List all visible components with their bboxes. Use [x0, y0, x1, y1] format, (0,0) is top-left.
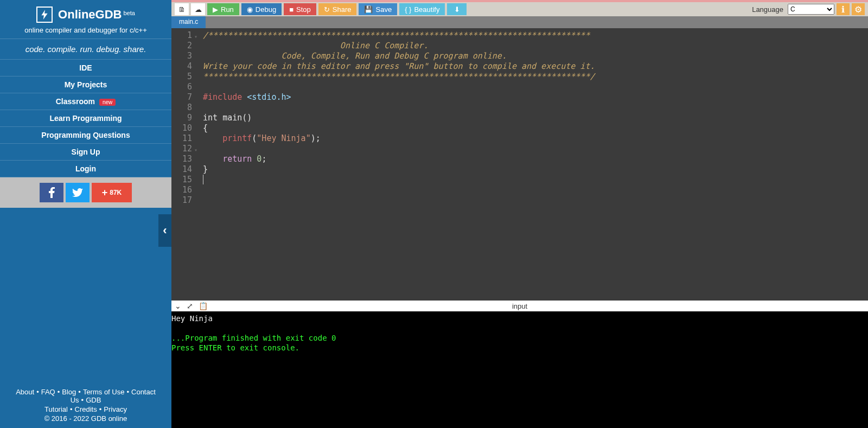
line-gutter: 1▾23456789101112▾1314151617 [171, 28, 195, 301]
console-line-3: ...Program finished with exit code 0 [171, 334, 336, 342]
info-button[interactable]: ℹ [837, 3, 850, 15]
brand-tagline: code. compile. run. debug. share. [0, 39, 171, 59]
tab-bar: main.c [171, 16, 868, 28]
upload-icon: ☁ [195, 5, 202, 14]
file-icon: 🗎 [178, 5, 186, 14]
footer-tutorial[interactable]: Tutorial [44, 405, 68, 413]
footer-terms[interactable]: Terms of Use [83, 388, 125, 396]
social-row: + 87K [0, 177, 171, 208]
share-button[interactable]: ↻Share [318, 3, 357, 15]
stop-icon: ■ [289, 5, 293, 14]
run-button[interactable]: ▶Run [207, 3, 239, 15]
console-expand-button[interactable]: ⤢ [187, 302, 193, 310]
brand-area: OnlineGDBbeta online compiler and debugg… [0, 0, 171, 39]
nav-ide[interactable]: IDE [0, 59, 171, 76]
footer-row-1: About•FAQ•Blog•Terms of Use•Contact Us•G… [2, 388, 169, 404]
stop-button[interactable]: ■Stop [284, 3, 316, 15]
footer-gdb[interactable]: GDB [86, 396, 101, 404]
language-label: Language [752, 5, 783, 14]
braces-icon: { } [405, 5, 411, 14]
language-select[interactable]: C [788, 4, 834, 15]
console-collapse-button[interactable]: ⌄ [175, 302, 181, 310]
console-copy-button[interactable]: 📋 [199, 302, 208, 310]
nav-my-projects[interactable]: My Projects [0, 76, 171, 93]
footer-blog[interactable]: Blog [62, 388, 76, 396]
brand-title: OnlineGDBbeta [58, 8, 135, 22]
code-content[interactable]: /***************************************… [195, 28, 868, 301]
download-button[interactable]: ⬇ [447, 3, 467, 15]
tab-main-c[interactable]: main.c [171, 16, 206, 28]
download-icon: ⬇ [454, 5, 460, 14]
main-area: 🗎 ☁ ▶Run ◉Debug ■Stop ↻Share 💾Save { }Be… [171, 0, 868, 428]
twitter-button[interactable] [66, 183, 90, 202]
collapse-sidebar-button[interactable]: ‹ [158, 214, 171, 247]
nav: IDE My Projects Classroom new Learn Prog… [0, 59, 171, 177]
code-editor[interactable]: 1▾23456789101112▾1314151617 /***********… [171, 28, 868, 301]
footer-credits[interactable]: Credits [75, 405, 97, 413]
footer: About•FAQ•Blog•Terms of Use•Contact Us•G… [0, 382, 171, 428]
toolbar: 🗎 ☁ ▶Run ◉Debug ■Stop ↻Share 💾Save { }Be… [171, 0, 868, 16]
console-output[interactable]: Hey Ninja ...Program finished with exit … [171, 311, 868, 428]
gear-icon: ⚙ [854, 4, 862, 15]
console-toolbar: ⌄ ⤢ 📋 input [171, 301, 868, 311]
save-button[interactable]: 💾Save [359, 3, 397, 15]
footer-copyright: © 2016 - 2022 GDB online [2, 414, 169, 423]
debug-icon: ◉ [247, 5, 253, 14]
new-file-button[interactable]: 🗎 [175, 3, 189, 15]
settings-button[interactable]: ⚙ [852, 3, 865, 15]
console-line-1: Hey Ninja [171, 314, 213, 323]
brand-name: OnlineGDB [58, 8, 122, 21]
badge-new: new [99, 99, 116, 106]
debug-button[interactable]: ◉Debug [241, 3, 282, 15]
logo-icon [36, 7, 53, 23]
footer-privacy[interactable]: Privacy [104, 405, 127, 413]
share-count-button[interactable]: + 87K [92, 183, 132, 202]
console-line-4: Press ENTER to exit console. [171, 343, 299, 352]
footer-about[interactable]: About [16, 388, 34, 396]
nav-classroom-label: Classroom [56, 97, 95, 106]
nav-login[interactable]: Login [0, 161, 171, 177]
nav-classroom[interactable]: Classroom new [0, 93, 171, 110]
info-icon: ℹ [841, 4, 845, 15]
share-icon: ↻ [324, 5, 330, 14]
sidebar: OnlineGDBbeta online compiler and debugg… [0, 0, 171, 428]
footer-row-2: Tutorial•Credits•Privacy [2, 405, 169, 413]
plus-icon: + [102, 187, 108, 199]
footer-faq[interactable]: FAQ [41, 388, 55, 396]
brand-subtitle: online compiler and debugger for c/c++ [0, 26, 171, 34]
play-icon: ▶ [213, 5, 218, 14]
upload-button[interactable]: ☁ [191, 3, 205, 15]
nav-programming-questions[interactable]: Programming Questions [0, 127, 171, 144]
share-count: 87K [110, 189, 122, 196]
nav-learn-programming[interactable]: Learn Programming [0, 110, 171, 127]
save-icon: 💾 [364, 5, 373, 14]
console-tab-input[interactable]: input [512, 302, 527, 310]
nav-sign-up[interactable]: Sign Up [0, 144, 171, 161]
brand-beta: beta [123, 10, 135, 16]
facebook-button[interactable] [40, 183, 63, 202]
beautify-button[interactable]: { }Beautify [399, 3, 445, 15]
